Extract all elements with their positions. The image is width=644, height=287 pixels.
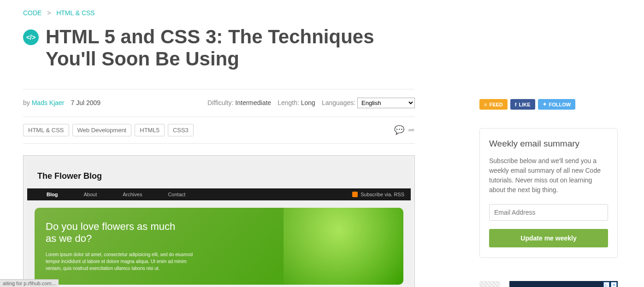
hero-nav-contact: Contact	[155, 192, 198, 197]
newsletter-heading: Weekly email summary	[489, 139, 608, 149]
language-select[interactable]: English	[357, 98, 415, 108]
breadcrumb-code[interactable]: CODE	[23, 9, 41, 17]
hero-nav-blog: Blog	[34, 192, 71, 197]
ad-placeholder: ▷ ✕	[479, 281, 618, 287]
like-button[interactable]: f LIKE	[510, 99, 535, 110]
breadcrumb-htmlcss[interactable]: HTML & CSS	[56, 9, 95, 17]
author-link[interactable]: Mads Kjaer	[32, 99, 65, 106]
share-icon[interactable]: ➦	[408, 125, 415, 135]
hero-image: The Flower Blog Blog About Archives Cont…	[23, 155, 415, 287]
hero-nav: Blog About Archives Contact Subscribe vi…	[27, 188, 411, 200]
breadcrumb-sep: >	[45, 9, 53, 17]
status-bar: aiting for p.rfihub.com...	[0, 279, 59, 287]
difficulty-label: Difficulty:	[207, 99, 234, 106]
social-buttons: ≡ FEED f LIKE ✦ FOLLOW	[479, 99, 618, 110]
breadcrumb: CODE > HTML & CSS	[23, 9, 415, 17]
twitter-icon: ✦	[543, 101, 547, 107]
hero-nav-archives: Archives	[110, 192, 155, 197]
code-icon: </>	[23, 29, 39, 45]
hero-rss: Subscribe via. RSS	[352, 192, 404, 197]
languages-label: Languages:	[322, 99, 355, 106]
hero-blog-title: The Flower Blog	[37, 171, 401, 181]
comment-icon[interactable]: 💬	[394, 125, 404, 135]
length-value: Long	[301, 99, 315, 106]
difficulty-value: Intermediate	[235, 99, 271, 106]
hero-nav-about: About	[71, 192, 110, 197]
tags-list: HTML & CSS Web Development HTML5 CSS3	[23, 124, 394, 136]
publish-date: 7 Jul 2009	[71, 99, 101, 106]
facebook-icon: f	[515, 102, 517, 107]
newsletter-card: Weekly email summary Subscribe below and…	[479, 128, 618, 258]
tag-css3[interactable]: CSS3	[168, 124, 194, 136]
meta-row: by Mads Kjaer 7 Jul 2009 Difficulty: Int…	[23, 89, 415, 117]
hero-lorem: Lorem ipsum dolor sit amet, consectetur …	[46, 251, 193, 272]
rss-icon: ≡	[484, 102, 487, 107]
follow-button[interactable]: ✦ FOLLOW	[538, 99, 576, 110]
ad-info-icon[interactable]: ▷	[603, 282, 609, 287]
update-button[interactable]: Update me weekly	[489, 229, 608, 247]
newsletter-body: Subscribe below and we'll send you a wee…	[489, 156, 608, 195]
by-label: by	[23, 99, 30, 106]
email-input[interactable]	[489, 204, 608, 221]
tag-htmlcss[interactable]: HTML & CSS	[23, 124, 69, 136]
tag-html5[interactable]: HTML5	[135, 124, 165, 136]
length-label: Length:	[278, 99, 299, 106]
page-title: HTML 5 and CSS 3: The Techniques You'll …	[46, 26, 415, 70]
hero-card: Do you love flowers as much as we do? Lo…	[35, 208, 403, 285]
feed-button[interactable]: ≡ FEED	[479, 99, 508, 110]
tag-webdev[interactable]: Web Development	[72, 124, 132, 136]
rss-icon	[352, 192, 358, 197]
hero-heading: Do you love flowers as much as we do?	[46, 221, 184, 245]
ad-close-icon[interactable]: ✕	[611, 282, 617, 287]
